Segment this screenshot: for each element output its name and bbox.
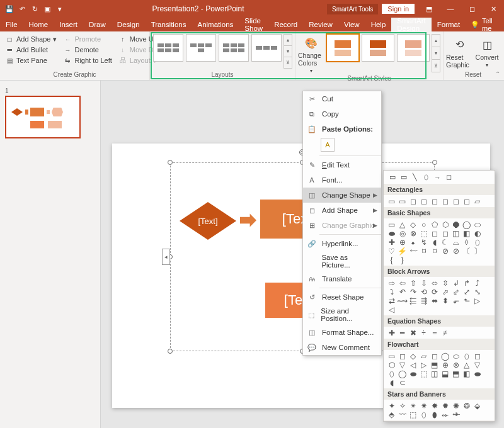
layouts-gallery-scroll[interactable]: ▴▾⊻ [284,34,292,69]
shape-option[interactable]: ◻ [398,352,407,360]
shape-option[interactable]: 〔 [462,247,471,255]
slideshow-icon[interactable]: ▣ [42,3,53,14]
shape-option[interactable]: ⇩ [419,279,428,287]
shape-option[interactable]: ▭ [387,197,396,205]
shape-recent[interactable]: ◻ [444,173,454,181]
shape-option[interactable]: ↶ [398,288,407,296]
ribbon-options-icon[interactable]: ⬒ [418,0,440,18]
tab-animations[interactable]: Animations [192,18,239,31]
text-pane-toggle[interactable]: ◂ [162,249,170,265]
shape-option[interactable]: ⬚ [419,229,428,237]
shape-option[interactable]: ⬍ [440,296,450,305]
shape-option[interactable]: ⇳ [440,279,450,287]
layout-option-1[interactable] [153,34,183,62]
shape-option[interactable]: ▭ [387,352,396,360]
ctx-add-shape[interactable]: ◻Add Shape▶ [303,203,381,218]
shape-option[interactable]: ⬳ [408,247,418,255]
shape-option[interactable]: ◇ [408,220,418,228]
shape-option[interactable]: ▽ [472,361,482,369]
up-arrow-icon[interactable]: ▴ [432,35,440,47]
shape-option[interactable]: ⬌ [430,296,439,305]
shape-option[interactable]: ✸ [430,402,439,410]
shape-option[interactable]: ✚ [387,329,396,337]
shape-option[interactable]: ▷ [419,361,428,369]
tab-file[interactable]: File [0,18,23,31]
shape-option[interactable]: ⬒ [430,361,439,369]
shape-option[interactable]: ⬒ [451,369,461,378]
shape-option[interactable]: ⬯ [472,238,482,246]
tab-slideshow[interactable]: Slide Show [239,18,268,31]
tab-help[interactable]: Help [365,18,392,31]
shape-option[interactable]: △ [462,361,471,369]
shape-option[interactable]: ⤴ [472,279,482,287]
shape-option[interactable]: ⬬ [472,369,482,378]
shape-option[interactable]: ⬑ [462,296,471,305]
shape-option[interactable]: ◧ [462,369,471,378]
demote-button[interactable]: →Demote [60,45,114,55]
shape-option[interactable]: ◻ [408,197,418,205]
shape-option[interactable]: ◫ [451,229,461,237]
shape-option[interactable]: ⬬ [387,229,396,237]
shape-option[interactable]: ▱ [472,197,482,205]
ctx-size-position[interactable]: ⬚Size and Position... [303,305,381,325]
shape-option[interactable]: ⬰ [440,410,450,419]
shape-option[interactable]: ◻ [430,352,439,360]
tab-record[interactable]: Record [268,18,303,31]
shape-option[interactable]: ⬐ [451,296,461,305]
styles-gallery-scroll[interactable]: ▴▾⊻ [432,34,440,72]
layout-option-3[interactable] [219,34,249,62]
shape-option[interactable]: ⊗ [408,229,418,237]
shape-option[interactable]: ◯ [462,220,471,228]
shape-option[interactable]: ⊘ [440,247,450,255]
shape-option[interactable]: ⬱ [408,296,418,305]
shape-option[interactable]: ⬯ [419,410,428,419]
down-arrow-icon[interactable]: ▾ [432,47,440,60]
resize-handle[interactable] [168,160,173,165]
shape-recent[interactable]: ▭ [399,173,408,181]
shape-option[interactable]: ◁ [387,305,396,313]
ctx-font[interactable]: AFont... [303,172,381,188]
shape-option[interactable]: ❂ [462,402,471,410]
shape-option[interactable]: ○ [419,220,428,228]
shape-recent[interactable]: → [433,173,442,181]
add-shape-button[interactable]: ◻Add Shape ▾ [3,34,59,44]
shape-option[interactable]: 〕 [472,247,482,255]
shape-option[interactable]: ⬯ [387,369,396,378]
ctx-save-as-picture[interactable]: Save as Picture... [303,251,381,271]
shape-option[interactable]: ⊘ [451,247,461,255]
shape-option[interactable]: ↱ [462,279,471,287]
add-bullet-button[interactable]: ≔Add Bullet [3,45,59,55]
shape-option[interactable]: ◧ [462,229,471,237]
shape-option[interactable]: ⊗ [451,361,461,369]
shape-recent[interactable]: ⬯ [421,173,431,181]
slide-thumbnail-1[interactable] [5,96,81,138]
shape-option[interactable]: ⟿ [398,296,407,305]
shape-option[interactable]: ⇦ [398,279,407,287]
shape-option[interactable]: ⬘ [387,410,396,419]
shape-option[interactable]: } [398,256,407,264]
maximize-icon[interactable]: ◻ [461,0,483,18]
tab-home[interactable]: Home [23,18,54,31]
shape-option[interactable]: ◯ [398,369,407,378]
shape-option[interactable]: ⬥ [408,238,418,246]
shape-option[interactable]: ⚡ [398,247,407,255]
rtl-button[interactable]: ⇆Right to Left [60,55,114,65]
shape-option[interactable]: ⬄ [430,279,439,287]
style-option-1[interactable] [326,34,359,62]
shape-option[interactable]: ⊂ [398,378,407,386]
shape-option[interactable]: ◇ [408,352,418,360]
shape-option[interactable]: ✖ [408,329,418,337]
shape-option[interactable]: ◻ [430,197,439,205]
shape-option[interactable]: ▽ [398,361,407,369]
shape-option[interactable]: ⬲ [451,410,461,419]
sign-in-button[interactable]: Sign in [382,4,415,14]
tab-smartart-design[interactable]: SmartArt Design [391,18,431,31]
shape-option[interactable]: ◻ [472,352,482,360]
shape-option[interactable]: ✺ [451,402,461,410]
shape-option[interactable]: ♡ [387,247,396,255]
tab-review[interactable]: Review [303,18,338,31]
change-colors-button[interactable]: 🎨 Change Colors▾ [298,33,324,74]
smartart-shape-diamond[interactable]: [Text] [180,202,236,240]
shape-option[interactable]: ◻ [440,197,450,205]
shape-option[interactable]: ⌑ [430,247,439,255]
